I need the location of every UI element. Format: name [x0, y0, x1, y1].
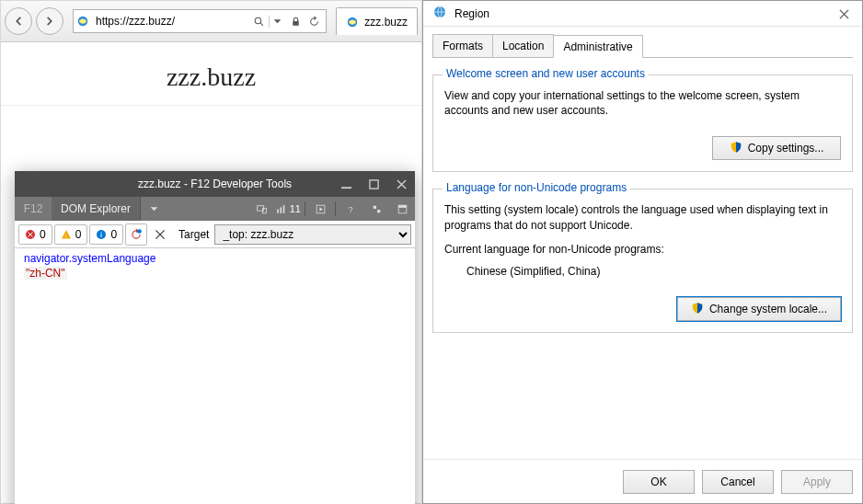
cancel-button[interactable]: Cancel — [702, 470, 774, 494]
dialog-body: Formats Location Administrative Welcome … — [423, 27, 862, 459]
tab-location[interactable]: Location — [492, 34, 554, 57]
chevron-down-icon[interactable] — [269, 16, 285, 28]
svg-rect-8 — [277, 209, 279, 212]
search-icon[interactable] — [250, 13, 267, 29]
minimize-button[interactable] — [332, 171, 360, 197]
group-legend: Welcome screen and new user accounts — [443, 67, 649, 80]
globe-icon — [432, 5, 447, 22]
close-button[interactable] — [387, 171, 415, 197]
tab-overflow-icon[interactable] — [141, 197, 167, 221]
url-input[interactable] — [92, 15, 247, 28]
step-icon[interactable] — [307, 197, 333, 221]
tab-list: Formats Location Administrative — [432, 34, 853, 58]
clear-session-icon[interactable] — [125, 223, 147, 246]
devtools-title: zzz.buzz - F12 Developer Tools — [138, 178, 292, 190]
devtools-titlebar: zzz.buzz - F12 Developer Tools — [15, 171, 415, 197]
target-select[interactable]: _top: zzz.buzz — [214, 224, 411, 245]
tab-strip: zzz.buzz — [336, 7, 418, 35]
pin-icon[interactable] — [363, 197, 389, 221]
copy-settings-button[interactable]: Copy settings... — [712, 136, 841, 160]
ie-logo-icon — [74, 15, 92, 28]
shield-icon — [730, 141, 742, 156]
ie-window: zzz.buzz zzz.buzz zzz.buzz - F12 Develop… — [0, 0, 422, 504]
svg-rect-9 — [280, 207, 282, 213]
group-text: This setting (system locale) controls th… — [444, 202, 841, 232]
group-welcome-screen: Welcome screen and new user accounts Vie… — [432, 74, 853, 172]
ok-button[interactable]: OK — [623, 470, 695, 494]
devtools-tabstrip: F12 DOM Explorer 11 ? — [15, 197, 415, 221]
error-count[interactable]: 0 — [18, 224, 52, 245]
cpu-count: 11 — [275, 197, 303, 221]
devtools-window: zzz.buzz - F12 Developer Tools F12 DOM E… — [15, 171, 415, 504]
svg-rect-16 — [398, 205, 407, 208]
dialog-footer: OK Cancel Apply — [423, 459, 862, 503]
svg-point-21 — [137, 229, 142, 234]
devtools-toolbar: 0 !0 0 Target _top: zzz.buzz — [15, 221, 415, 248]
address-bar — [73, 9, 327, 33]
svg-rect-13 — [373, 205, 375, 208]
tab-administrative[interactable]: Administrative — [553, 35, 642, 58]
page-title: zzz.buzz — [1, 42, 421, 106]
ie-toolbar: zzz.buzz — [1, 1, 421, 42]
svg-rect-14 — [377, 210, 380, 212]
info-count[interactable]: 0 — [89, 224, 123, 245]
region-dialog: Region Formats Location Administrative W… — [422, 0, 863, 504]
dialog-titlebar: Region — [423, 1, 862, 27]
target-label: Target — [178, 228, 209, 241]
browser-tab[interactable]: zzz.buzz — [336, 7, 418, 35]
dialog-title: Region — [455, 7, 489, 20]
shield-icon — [691, 302, 704, 317]
console-pane[interactable]: navigator.systemLanguage "zh-CN" — [15, 248, 415, 504]
change-system-locale-button[interactable]: Change system locale... — [677, 297, 841, 321]
tab-formats[interactable]: Formats — [432, 34, 493, 57]
arrow-right-icon — [43, 15, 56, 28]
help-icon[interactable]: ? — [338, 197, 363, 221]
refresh-icon[interactable] — [305, 13, 322, 29]
forward-button[interactable] — [36, 7, 63, 35]
responsive-icon[interactable] — [249, 197, 275, 221]
page-content: zzz.buzz zzz.buzz - F12 Developer Tools … — [1, 42, 421, 502]
dock-icon[interactable] — [389, 197, 415, 221]
back-button[interactable] — [5, 7, 32, 35]
lock-icon[interactable] — [287, 13, 304, 29]
warning-count[interactable]: !0 — [54, 224, 88, 245]
maximize-button[interactable] — [360, 171, 387, 197]
console-output-line: "zh-CN" — [24, 267, 67, 280]
current-language-label: Current language for non-Unicode program… — [444, 242, 841, 257]
group-non-unicode: Language for non-Unicode programs This s… — [432, 189, 853, 333]
address-tools — [247, 13, 326, 29]
svg-rect-4 — [341, 187, 351, 189]
svg-rect-10 — [282, 205, 284, 213]
ie-logo-icon — [346, 16, 359, 29]
bars-icon — [275, 203, 287, 215]
svg-rect-5 — [369, 179, 377, 188]
close-button[interactable] — [825, 1, 862, 27]
clear-icon[interactable] — [149, 223, 171, 246]
svg-text:?: ? — [348, 204, 352, 213]
svg-rect-2 — [293, 20, 299, 25]
group-legend: Language for non-Unicode programs — [443, 181, 630, 194]
arrow-left-icon — [12, 15, 25, 28]
group-text: View and copy your international setting… — [444, 88, 841, 118]
svg-point-1 — [255, 17, 261, 24]
console-input-line: navigator.systemLanguage — [24, 252, 406, 265]
tab-label: zzz.buzz — [364, 16, 408, 29]
tab-dom-explorer[interactable]: DOM Explorer — [52, 197, 141, 221]
f12-label: F12 — [15, 197, 52, 221]
apply-button: Apply — [781, 470, 853, 494]
current-language-value: Chinese (Simplified, China) — [466, 264, 841, 279]
